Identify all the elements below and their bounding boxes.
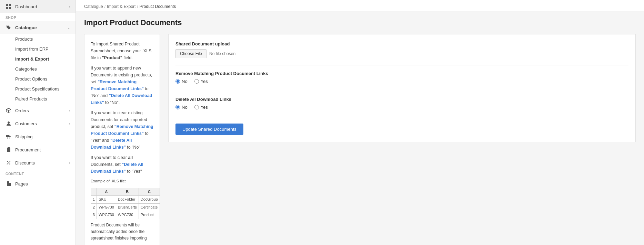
- svg-point-6: [9, 163, 10, 164]
- sidebar-item-paired-products[interactable]: Paired Products: [0, 94, 76, 104]
- grid-icon: [6, 3, 12, 10]
- info-para4: If you want to clear all Documents, set …: [91, 154, 153, 175]
- remove-matching-no-option[interactable]: No: [175, 79, 188, 84]
- delete-links-no-label: No: [182, 105, 188, 110]
- sidebar-item-label: Procurement: [15, 147, 41, 152]
- xls-example-label: Example of .XLS file:: [91, 178, 153, 184]
- info-panel: To import Shared Product Spreadsheet, ch…: [84, 34, 160, 245]
- form-panel: Shared Document upload Choose File No fi…: [168, 34, 636, 142]
- svg-rect-1: [9, 4, 11, 6]
- table-row: 1 SKU DocFolder DocGroup: [91, 196, 160, 204]
- breadcrumb-current: Product Documents: [140, 4, 176, 9]
- sidebar-item-procurement[interactable]: Procurement: [0, 143, 76, 156]
- auto-add-note: Product Documents will be automatically …: [91, 222, 153, 242]
- svg-point-4: [8, 121, 10, 124]
- chevron-right-icon: ›: [69, 122, 70, 126]
- sidebar-item-discounts[interactable]: Discounts ›: [0, 156, 76, 169]
- info-para1: To import Shared Product Spreadsheet, ch…: [91, 41, 153, 61]
- main-content: Catalogue / Import & Export / Product Do…: [76, 0, 644, 245]
- clipboard-icon: [6, 147, 12, 153]
- delete-links-no-option[interactable]: No: [175, 105, 188, 110]
- divider1: [175, 65, 628, 65]
- sidebar-item-categories[interactable]: Categories: [0, 64, 76, 74]
- person-icon: [6, 120, 12, 127]
- no-file-text: No file chosen: [209, 51, 235, 56]
- divider2: [175, 91, 628, 91]
- update-shared-docs-button[interactable]: Update Shared Documents: [175, 124, 243, 135]
- remove-matching-radio-group: No Yes: [175, 79, 628, 84]
- breadcrumb-sep1: /: [104, 4, 105, 9]
- breadcrumb-import-export[interactable]: Import & Export: [107, 4, 135, 9]
- delete-links-label: Delete All Download Links: [175, 97, 628, 102]
- remove-matching-label: Remove Matching Product Document Links: [175, 71, 628, 76]
- xls-table: A B C 1 SKU DocFolder DocGroup 2 WPG730 …: [91, 188, 160, 219]
- remove-matching-yes-label: Yes: [201, 79, 208, 84]
- tag-icon: [6, 24, 12, 31]
- sidebar-item-customers[interactable]: Customers ›: [0, 117, 76, 130]
- two-column-layout: To import Shared Product Spreadsheet, ch…: [84, 34, 636, 245]
- choose-file-button[interactable]: Choose File: [175, 49, 207, 58]
- breadcrumb-sep2: /: [137, 4, 138, 9]
- page-title: Import Product Documents: [84, 18, 636, 27]
- percent-icon: [6, 160, 12, 166]
- chevron-right-icon: ›: [69, 161, 70, 165]
- remove-matching-yes-option[interactable]: Yes: [194, 79, 208, 84]
- remove-matching-no-radio[interactable]: [175, 79, 180, 84]
- delete-links-yes-radio[interactable]: [194, 105, 199, 109]
- breadcrumb-catalogue[interactable]: Catalogue: [84, 4, 103, 9]
- delete-links-section: Delete All Download Links No Yes: [175, 97, 628, 110]
- sidebar-item-label: Dashboard: [15, 4, 37, 9]
- sidebar-item-pages[interactable]: Pages: [0, 177, 76, 190]
- shop-section-label: SHOP: [0, 13, 76, 21]
- remove-matching-no-label: No: [182, 79, 188, 84]
- sidebar-item-orders[interactable]: Orders ›: [0, 104, 76, 117]
- delete-links-no-radio[interactable]: [175, 105, 180, 109]
- info-para2: If you want to append new Documents to e…: [91, 65, 153, 106]
- sidebar-item-label: Orders: [15, 108, 29, 113]
- sidebar: Dashboard › SHOP Catalogue ⌄ Products Im…: [0, 0, 76, 245]
- svg-rect-3: [9, 7, 11, 9]
- file-row: Choose File No file chosen: [175, 49, 628, 58]
- box-icon: [6, 107, 12, 114]
- sidebar-item-shipping[interactable]: Shipping: [0, 130, 76, 143]
- sidebar-item-dashboard[interactable]: Dashboard ›: [0, 0, 76, 13]
- svg-rect-0: [6, 4, 8, 6]
- sidebar-item-label: Shipping: [15, 134, 33, 139]
- chevron-down-icon: ⌄: [67, 26, 70, 30]
- info-para3: If you want to clear existing Documents …: [91, 109, 153, 151]
- content-area: Import Product Documents To import Share…: [76, 11, 644, 245]
- truck-icon: [6, 134, 12, 140]
- svg-rect-2: [6, 7, 8, 9]
- chevron-right-icon: ›: [69, 5, 70, 9]
- upload-label: Shared Document upload: [175, 41, 628, 46]
- upload-section: Shared Document upload Choose File No fi…: [175, 41, 628, 58]
- svg-point-5: [7, 161, 8, 162]
- sidebar-item-label: Catalogue: [15, 25, 37, 30]
- table-row: A B C: [91, 188, 160, 196]
- delete-links-yes-option[interactable]: Yes: [194, 105, 208, 110]
- sidebar-item-products[interactable]: Products: [0, 34, 76, 44]
- sidebar-item-product-options[interactable]: Product Options: [0, 74, 76, 84]
- delete-links-radio-group: No Yes: [175, 105, 628, 110]
- remove-matching-section: Remove Matching Product Document Links N…: [175, 71, 628, 84]
- sidebar-item-catalogue[interactable]: Catalogue ⌄: [0, 21, 76, 34]
- sidebar-item-label: Discounts: [15, 160, 35, 166]
- chevron-right-icon: ›: [69, 109, 70, 113]
- content-section-label: CONTENT: [0, 169, 76, 177]
- table-row: 3 WPG730 WPG730 Product: [91, 211, 160, 219]
- sidebar-item-import-erp[interactable]: Import from ERP: [0, 44, 76, 54]
- delete-links-yes-label: Yes: [201, 105, 208, 110]
- sidebar-item-label: Customers: [15, 121, 37, 126]
- sidebar-item-label: Pages: [15, 181, 28, 187]
- table-row: 2 WPG730 BrushCerts Certificate: [91, 203, 160, 211]
- sidebar-item-import-export[interactable]: Import & Export: [0, 54, 76, 64]
- file-icon: [6, 181, 12, 187]
- remove-matching-yes-radio[interactable]: [194, 79, 199, 84]
- sidebar-item-product-specifications[interactable]: Product Specifications: [0, 84, 76, 94]
- breadcrumb: Catalogue / Import & Export / Product Do…: [76, 0, 644, 11]
